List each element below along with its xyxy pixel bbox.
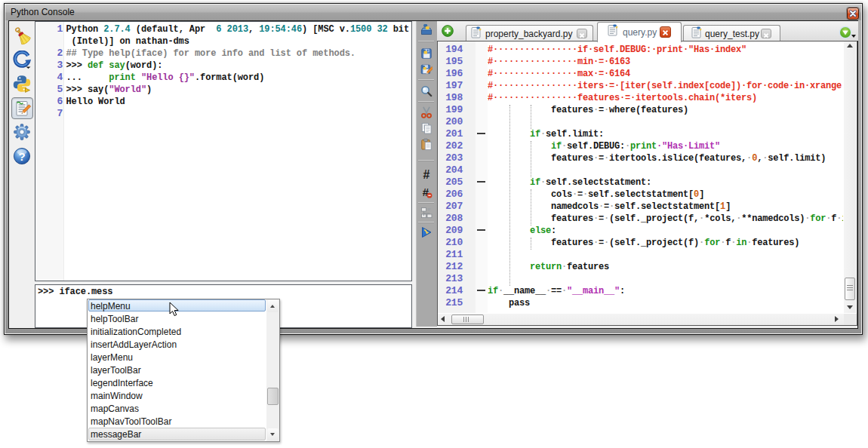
- svg-text:#: #: [423, 169, 430, 181]
- svg-text:?: ?: [18, 150, 25, 163]
